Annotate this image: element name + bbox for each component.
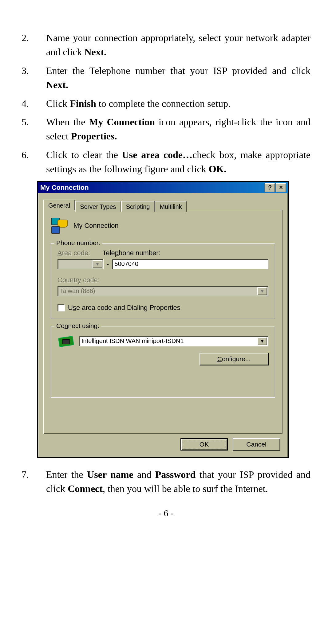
tab-multilink[interactable]: Multilink bbox=[155, 201, 187, 212]
chevron-down-icon[interactable]: ▼ bbox=[257, 337, 267, 345]
window-title: My Connection bbox=[40, 184, 264, 192]
chevron-down-icon: ▼ bbox=[257, 287, 267, 295]
telephone-number-label: Telephone number: bbox=[102, 249, 160, 257]
connect-using-group: Connect using: Intelligent ISDN WAN mini… bbox=[51, 326, 275, 398]
dash-separator: - bbox=[107, 260, 109, 268]
tab-scripting[interactable]: Scripting bbox=[121, 201, 155, 212]
close-button[interactable]: × bbox=[276, 183, 286, 192]
connect-using-group-title: Connect using: bbox=[54, 322, 101, 330]
use-area-code-label: Use area code and Dialing Properties bbox=[68, 304, 180, 312]
phone-number-group-title: Phone number: bbox=[54, 239, 102, 247]
configure-button[interactable]: Configure... bbox=[200, 353, 268, 365]
page-number: - 6 - bbox=[22, 508, 310, 518]
my-connection-dialog: My Connection ? × General Server Types S… bbox=[37, 181, 289, 458]
telephone-number-input[interactable]: 5007040 bbox=[112, 259, 268, 269]
step-text: Name your connection appropriately, sele… bbox=[46, 31, 310, 59]
step-7: 7. Enter the User name and Password that… bbox=[22, 467, 310, 496]
cancel-button[interactable]: Cancel bbox=[233, 438, 280, 451]
modem-icon bbox=[57, 335, 75, 347]
ok-button[interactable]: OK bbox=[180, 438, 228, 451]
modem-value: Intelligent ISDN WAN miniport-ISDN1 bbox=[81, 338, 184, 345]
tab-general[interactable]: General bbox=[43, 200, 75, 210]
tab-strip: General Server Types Scripting Multilink bbox=[43, 197, 283, 210]
help-button[interactable]: ? bbox=[265, 183, 275, 192]
area-code-label: Area code: bbox=[57, 249, 90, 257]
telephone-number-value: 5007040 bbox=[114, 260, 138, 267]
titlebar[interactable]: My Connection ? × bbox=[38, 182, 288, 193]
area-code-combo: ▼ bbox=[57, 259, 104, 269]
step-5: 5. When the My Connection icon appears, … bbox=[22, 115, 310, 143]
tab-server-types[interactable]: Server Types bbox=[75, 201, 121, 212]
tab-panel-general: My Connection Phone number: Area code: T… bbox=[43, 210, 283, 434]
country-code-label: Country code: bbox=[57, 276, 268, 284]
step-4: 4. Click Finish to complete the connecti… bbox=[22, 96, 310, 111]
dialup-icon bbox=[51, 217, 68, 234]
step-2: 2. Name your connection appropriately, s… bbox=[22, 31, 310, 59]
country-code-combo: Taiwan (886) ▼ bbox=[57, 286, 268, 296]
connection-name-label: My Connection bbox=[73, 222, 119, 230]
step-3: 3. Enter the Telephone number that your … bbox=[22, 64, 310, 92]
step-6: 6. Click to clear the Use area code…chec… bbox=[22, 148, 310, 176]
use-area-code-checkbox-row[interactable]: Use area code and Dialing Properties bbox=[57, 304, 268, 312]
phone-number-group: Phone number: Area code: Telephone numbe… bbox=[51, 243, 275, 319]
modem-combo[interactable]: Intelligent ISDN WAN miniport-ISDN1 ▼ bbox=[79, 336, 268, 346]
chevron-down-icon: ▼ bbox=[93, 260, 102, 268]
use-area-code-checkbox[interactable] bbox=[57, 304, 65, 311]
country-code-value: Taiwan (886) bbox=[60, 287, 95, 295]
step-num: 2. bbox=[22, 31, 46, 59]
